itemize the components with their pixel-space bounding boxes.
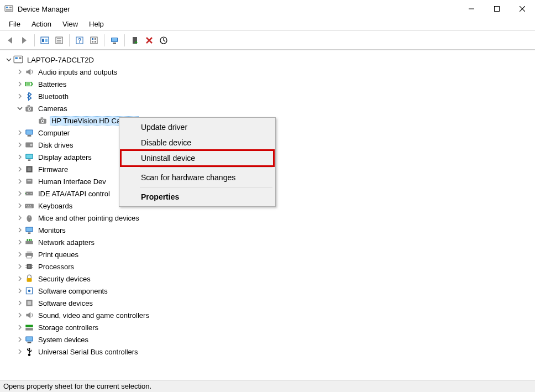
chevron-right-icon[interactable]	[15, 140, 24, 149]
status-text: Opens property sheet for the current sel…	[3, 382, 151, 390]
minimize-button[interactable]	[459, 0, 484, 18]
svg-rect-32	[26, 83, 30, 86]
chevron-right-icon[interactable]	[15, 262, 24, 271]
svg-point-55	[30, 193, 32, 194]
menu-action[interactable]: Action	[26, 18, 57, 30]
chevron-down-icon[interactable]	[4, 55, 13, 64]
svg-rect-43	[28, 135, 32, 137]
tree-category-swcomp[interactable]: Software components	[2, 285, 533, 297]
nav-forward-button[interactable]	[18, 34, 31, 47]
svg-rect-52	[28, 180, 32, 181]
update-driver-button[interactable]	[157, 34, 170, 47]
chevron-right-icon[interactable]	[15, 153, 24, 161]
svg-rect-56	[25, 193, 25, 194]
properties-button[interactable]	[53, 34, 66, 47]
chevron-right-icon[interactable]	[15, 335, 24, 344]
chevron-right-icon[interactable]	[15, 347, 24, 356]
svg-rect-65	[26, 228, 32, 232]
chevron-right-icon[interactable]	[15, 299, 24, 307]
context-disable-device[interactable]: Disable device	[121, 135, 274, 150]
svg-rect-61	[27, 207, 32, 208]
chevron-right-icon[interactable]	[15, 201, 24, 210]
svg-rect-19	[95, 38, 96, 40]
app-icon	[4, 4, 13, 13]
tree-category-cpu[interactable]: Processors	[2, 260, 533, 273]
bluetooth-icon	[24, 91, 34, 101]
tree-category-printer[interactable]: Print queues	[2, 248, 533, 260]
help-button[interactable]: ?	[73, 34, 86, 47]
chevron-down-icon[interactable]	[15, 104, 24, 113]
svg-point-39	[42, 121, 44, 122]
chevron-right-icon[interactable]	[15, 286, 24, 295]
enable-device-button[interactable]	[128, 34, 141, 47]
chevron-right-icon[interactable]	[15, 274, 24, 283]
svg-rect-50	[28, 168, 32, 171]
speaker-icon	[24, 67, 34, 77]
close-button[interactable]	[510, 0, 535, 18]
tree-category-swdev[interactable]: Software devices	[2, 297, 533, 309]
swcomp-icon	[24, 286, 34, 296]
chevron-right-icon[interactable]	[15, 323, 24, 332]
device-tree-area[interactable]: LAPTOP-7ADCLT2DAudio inputs and outputsB…	[0, 50, 535, 380]
menu-file[interactable]: File	[3, 18, 26, 30]
svg-text:?: ?	[78, 37, 82, 44]
scan-hardware-button[interactable]	[108, 34, 121, 47]
tree-category-sound[interactable]: Sound, video and game controllers	[2, 309, 533, 321]
toolbar-separator	[124, 34, 125, 46]
svg-rect-69	[29, 239, 30, 241]
chevron-right-icon[interactable]	[15, 80, 24, 88]
svg-point-90	[28, 353, 31, 356]
svg-rect-53	[25, 192, 33, 196]
chevron-right-icon[interactable]	[15, 67, 24, 76]
nav-back-button[interactable]	[3, 34, 17, 47]
svg-rect-29	[19, 58, 22, 59]
tree-item-label: Storage controllers	[36, 323, 100, 332]
show-hide-tree-button[interactable]	[38, 34, 51, 47]
chevron-right-icon[interactable]	[15, 250, 24, 259]
svg-point-35	[29, 108, 30, 110]
chevron-right-icon[interactable]	[15, 189, 24, 198]
tree-category-network[interactable]: Network adapters	[2, 236, 533, 248]
camera-icon	[38, 116, 48, 126]
tree-category-security[interactable]: Security devices	[2, 273, 533, 285]
tree-category-usb[interactable]: Universal Serial Bus controllers	[2, 346, 533, 358]
context-menu: Update driver Disable device Uninstall d…	[119, 117, 276, 207]
maximize-button[interactable]	[484, 0, 510, 18]
camera-icon	[24, 103, 34, 113]
chevron-right-icon[interactable]	[15, 238, 24, 247]
tree-item-label: Disk drives	[36, 140, 75, 150]
chevron-right-icon[interactable]	[15, 213, 24, 222]
tree-category-mouse[interactable]: Mice and other pointing devices	[2, 212, 533, 224]
chevron-right-icon[interactable]	[15, 128, 24, 137]
menu-view[interactable]: View	[57, 18, 83, 30]
tree-category-battery[interactable]: Batteries	[2, 78, 533, 90]
tree-category-bluetooth[interactable]: Bluetooth	[2, 90, 533, 102]
context-uninstall-device[interactable]: Uninstall device	[121, 150, 274, 166]
chevron-right-icon[interactable]	[15, 311, 24, 320]
tree-item-label: Mice and other pointing devices	[36, 213, 141, 223]
svg-rect-5	[495, 7, 500, 12]
window-title: Device Manager	[18, 5, 459, 13]
menu-help[interactable]: Help	[83, 18, 109, 30]
tree-category-speaker[interactable]: Audio inputs and outputs	[2, 66, 533, 78]
tree-category-system[interactable]: System devices	[2, 333, 533, 346]
context-properties[interactable]: Properties	[121, 189, 274, 205]
tree-category-storage[interactable]: Storage controllers	[2, 321, 533, 333]
mouse-icon	[24, 213, 34, 223]
chevron-right-icon[interactable]	[15, 177, 24, 186]
tree-category-camera[interactable]: Cameras	[2, 102, 533, 114]
svg-rect-73	[27, 255, 32, 258]
tree-category-monitor[interactable]: Monitors	[2, 224, 533, 236]
action-button[interactable]	[87, 34, 101, 47]
context-update-driver[interactable]: Update driver	[121, 119, 274, 135]
svg-rect-59	[28, 205, 29, 206]
toolbar: ?	[0, 31, 535, 50]
chevron-right-icon[interactable]	[15, 226, 24, 234]
chevron-right-icon[interactable]	[15, 92, 24, 101]
uninstall-device-button[interactable]	[143, 34, 156, 47]
chevron-right-icon[interactable]	[15, 165, 24, 174]
context-scan-hardware[interactable]: Scan for hardware changes	[121, 170, 274, 185]
svg-point-45	[30, 144, 33, 147]
tree-root[interactable]: LAPTOP-7ADCLT2D	[2, 54, 533, 66]
svg-rect-23	[113, 43, 116, 44]
